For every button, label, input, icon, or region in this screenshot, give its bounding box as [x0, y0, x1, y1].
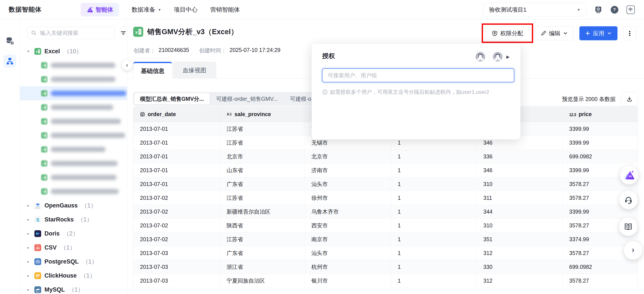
- datasource-add-icon[interactable]: [6, 36, 14, 45]
- tree-item-redacted[interactable]: x: [20, 156, 127, 170]
- table-cell: 344: [477, 205, 562, 219]
- tab-1[interactable]: 基础信息: [133, 62, 172, 79]
- page-title: 销售GMV分析_v3（Excel）: [147, 27, 238, 37]
- admin-console-icon[interactable]: [594, 6, 602, 14]
- svg-text:x: x: [42, 134, 44, 137]
- tree-category-starrocks[interactable]: ▸SStarRocks（1）: [20, 212, 127, 226]
- pencil-icon: [540, 30, 546, 36]
- tree-item-redacted[interactable]: x: [20, 86, 127, 100]
- table-cell: 广东省: [220, 246, 305, 260]
- permission-assign-button[interactable]: 权限分配: [486, 26, 529, 40]
- popover-hint-text: 如需授权多个用户，可用英文逗号分隔后粘贴进框内，如user1,user2: [330, 88, 489, 96]
- svg-text:x: x: [42, 78, 44, 81]
- nav-item-1[interactable]: 智能体: [80, 3, 119, 16]
- nav-item-4[interactable]: 营销智能体: [210, 6, 240, 14]
- date-type-icon: [140, 112, 145, 117]
- nav-item-2[interactable]: 数据准备▼: [132, 6, 161, 14]
- number-type-icon: 12.3: [569, 111, 576, 118]
- tree-category-label: MySQL: [44, 286, 65, 293]
- tree-item-redacted[interactable]: x: [20, 184, 127, 198]
- table-row: 2013-07-01广东省汕头市13103578.27: [134, 177, 638, 191]
- table-cell: 汕头市: [305, 177, 391, 191]
- sidebar-search-input[interactable]: [40, 30, 111, 36]
- column-label: sale_province: [234, 111, 271, 118]
- tree-category-postgresql[interactable]: ▸PostgreSQL（1）: [20, 254, 127, 268]
- download-button[interactable]: [621, 92, 638, 106]
- tree-category-label: PostgreSQL: [44, 258, 79, 265]
- excel-icon: x: [41, 62, 47, 68]
- datasource-sidebar: ▾xExcel（10）xxxxxxxxxx▸OpenGaussOpenGauss…: [20, 19, 128, 294]
- table-row: 2013-07-03宁夏回族自治区银川市13123578.27: [134, 274, 638, 288]
- tree-category-opengauss[interactable]: ▸OpenGaussOpenGauss（1）: [20, 198, 127, 212]
- tree-item-redacted[interactable]: x: [20, 142, 127, 156]
- chevron-right-icon: ›: [632, 246, 634, 254]
- tree-category-count: （1）: [60, 244, 76, 252]
- table-cell: 江苏省: [220, 232, 305, 246]
- panel-expand-button[interactable]: ›: [624, 241, 642, 260]
- filter-icon: [120, 30, 126, 36]
- ai-assistant-button[interactable]: [620, 166, 638, 184]
- column-label: order_date: [148, 111, 176, 118]
- tree-item-redacted[interactable]: x: [20, 72, 127, 86]
- table-cell: 北京市: [305, 150, 391, 164]
- model-tree-nav-icon[interactable]: [4, 55, 16, 68]
- help-icon[interactable]: ?: [610, 6, 618, 14]
- caret-right-icon: ▸: [26, 231, 31, 236]
- table-cell: 银川市: [305, 274, 391, 288]
- table-row: 2013-07-01北京市北京市1336699.0982: [134, 150, 638, 164]
- more-actions-button[interactable]: ⋮: [623, 26, 636, 40]
- project-select[interactable]: 验收测试项目1 ▼: [483, 3, 586, 16]
- tree-category-mysql[interactable]: ▸MySQLMySQL（1）: [20, 282, 127, 294]
- filter-button[interactable]: [120, 27, 126, 40]
- tree-item-redacted[interactable]: x: [20, 170, 127, 184]
- authorization-popover: 授权 ▶ 如需授权多个用户，可用英文逗号分隔后粘贴进框内，如user1,user…: [312, 44, 520, 139]
- support-button[interactable]: [619, 191, 638, 209]
- tree-category-doris[interactable]: ▸Doris（2）: [20, 226, 127, 240]
- tree-category-label: ClickHouse: [44, 272, 77, 279]
- redacted-label: [51, 175, 116, 180]
- sidebar-search[interactable]: [27, 27, 115, 39]
- excel-icon: x: [41, 118, 47, 124]
- tree-item-redacted[interactable]: x: [20, 58, 127, 72]
- svg-text:x: x: [42, 64, 44, 67]
- table-cell: 2013-07-01: [134, 122, 220, 136]
- action-buttons: 权限分配 编辑 应用 ⋮: [486, 26, 636, 40]
- tree-category-excel[interactable]: ▾xExcel（10）: [20, 44, 127, 58]
- tree-item-redacted[interactable]: x: [20, 100, 127, 114]
- tree-category-csv[interactable]: ▸CSVCSV（1）: [20, 240, 127, 254]
- caret-right-icon: ▸: [26, 274, 31, 278]
- user-search-input[interactable]: [322, 68, 514, 82]
- tree-item-redacted[interactable]: x: [20, 128, 127, 142]
- docs-button[interactable]: [619, 218, 638, 236]
- redacted-label: [51, 189, 119, 194]
- tab-2[interactable]: 血缘视图: [173, 62, 216, 79]
- nav-item-label: 项目中心: [174, 6, 198, 14]
- table-cell: 汕头市: [305, 246, 391, 260]
- csv-icon: CSV: [34, 244, 41, 251]
- tree-category-label: StarRocks: [44, 216, 74, 223]
- table-cell: 徐州市: [305, 191, 391, 205]
- language-switch-icon[interactable]: 中: [626, 6, 635, 14]
- nav-item-3[interactable]: 项目中心: [174, 6, 198, 14]
- redacted-label: [51, 105, 113, 110]
- preview-table-tab-1[interactable]: 模型汇总表_销售GMV分...: [134, 93, 210, 104]
- preview-count-text: 预览显示 2000 条数据: [562, 96, 616, 103]
- top-navigation-bar: 数据智能体 智能体数据准备▼项目中心营销智能体 验收测试项目1 ▼ ? 中: [0, 0, 644, 20]
- apply-button[interactable]: 应用: [580, 26, 618, 40]
- table-cell: 336: [477, 150, 562, 164]
- preview-table-tab-2[interactable]: 可建模-order_销售GMV...: [210, 93, 284, 104]
- table-cell: 699.0982: [562, 150, 638, 164]
- nav-item-label: 营销智能体: [210, 6, 240, 14]
- sidebar-collapse-button[interactable]: ‹: [122, 60, 132, 70]
- table-cell: 2013-07-02: [134, 191, 220, 205]
- edit-button[interactable]: 编辑: [535, 26, 574, 40]
- expand-caret-icon[interactable]: ▶: [506, 54, 510, 59]
- svg-text:x: x: [42, 190, 44, 193]
- tree-category-clickhouse[interactable]: ▸ClickHouse（1）: [20, 268, 127, 282]
- table-cell: 江苏省: [220, 191, 305, 205]
- caret-right-icon: ▸: [26, 288, 31, 292]
- tree-item-redacted[interactable]: x: [20, 114, 127, 128]
- table-cell: 330: [477, 260, 562, 274]
- headset-icon: [624, 195, 633, 205]
- table-cell: 北京市: [220, 150, 305, 164]
